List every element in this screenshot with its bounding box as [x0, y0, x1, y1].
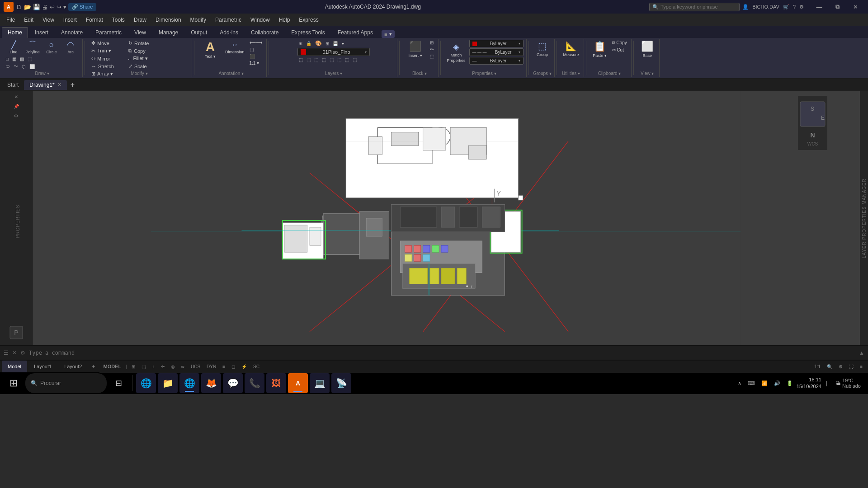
menu-express[interactable]: Express — [294, 15, 323, 25]
layout-layout2-tab[interactable]: Layout2 — [58, 361, 88, 372]
layer-props-button[interactable]: ⊞ — [324, 40, 330, 47]
linetype-dropdown[interactable]: — — — ByLayer ▾ — [469, 48, 524, 56]
draw-ellipse-button[interactable]: ⬭ — [5, 63, 11, 70]
tab-drawing1[interactable]: Drawing1* ✕ — [24, 80, 66, 90]
tab-output[interactable]: Output — [185, 27, 213, 38]
draw-region-button[interactable]: ⬡ — [20, 63, 27, 70]
layer-btn3[interactable]: ⬚ — [313, 57, 320, 63]
minimize-button[interactable]: — — [810, 0, 828, 14]
group-button[interactable]: ⬚ Group — [533, 40, 552, 58]
taskbar-vscode[interactable]: 💻 — [310, 373, 330, 393]
search-box[interactable]: 🔍 Type a keyword or phrase — [649, 3, 740, 11]
menu-help[interactable]: Help — [274, 15, 295, 25]
taskbar-autocad[interactable]: A — [288, 373, 308, 393]
menu-draw[interactable]: Draw — [129, 15, 151, 25]
drawing1-close-button[interactable]: ✕ — [57, 82, 61, 88]
modify-copy-button[interactable]: ⧉Copy — [127, 47, 163, 54]
block-group-label[interactable]: Block ▾ — [401, 71, 438, 76]
annotation-group-label[interactable]: Annotation ▾ — [196, 71, 266, 76]
modify-mirror-button[interactable]: ⇔Mirror — [90, 55, 126, 62]
task-view-button[interactable]: ⊟ — [108, 373, 128, 393]
layer-save-button[interactable]: 💾 — [331, 40, 340, 47]
tab-collaborate[interactable]: Collaborate — [245, 27, 284, 38]
layer-lock-button[interactable]: 🔒 — [305, 40, 313, 47]
draw-rect-button[interactable]: □ — [5, 56, 10, 62]
tray-show-hidden[interactable]: ∧ — [736, 380, 743, 386]
modify-trim-button[interactable]: ✂Trim ▾ — [90, 47, 126, 54]
layer-btn7[interactable]: ⬚ — [344, 57, 350, 63]
modify-scale-button[interactable]: ⤢Scale — [127, 63, 163, 70]
layer-btn5[interactable]: ⬚ — [328, 57, 335, 63]
share-button[interactable]: 🔗 Share — [68, 3, 96, 11]
command-input[interactable] — [29, 350, 855, 356]
layer-manager-label[interactable]: LAYER PROPERTIES MANAGER — [862, 178, 867, 258]
tab-parametric[interactable]: Parametric — [90, 27, 127, 38]
annotation-dimension-button[interactable]: ↔ Dimension — [223, 40, 246, 55]
taskbar-phone[interactable]: 📞 — [245, 373, 264, 393]
layer-btn6[interactable]: ⬚ — [336, 57, 343, 63]
open-button[interactable]: 📂 — [24, 4, 31, 10]
add-tab-button[interactable]: + — [67, 80, 78, 90]
search-button[interactable]: 🔍 Procurar — [25, 373, 107, 393]
add-layout-button[interactable]: + — [89, 361, 98, 372]
menu-window[interactable]: Window — [246, 15, 274, 25]
layer-btn1[interactable]: ⬚ — [297, 57, 304, 63]
status-ducs[interactable]: UCS — [189, 364, 202, 369]
menu-edit[interactable]: Edit — [19, 15, 38, 25]
viewport[interactable]: ✕ 📌 ⚙ PROPERTIES P [-][Top][2D Wireframe… — [0, 91, 868, 345]
draw-spline-button[interactable]: 〜 — [12, 63, 19, 70]
status-qp[interactable]: ⚡ — [240, 364, 249, 369]
groups-group-label[interactable]: Groups ▾ — [531, 71, 554, 76]
block-define-button[interactable]: ⬚ — [429, 53, 435, 59]
color-dropdown[interactable]: ByLayer ▾ — [469, 40, 524, 47]
tab-view[interactable]: View — [128, 27, 152, 38]
viewcube[interactable]: S E N WCS — [798, 96, 827, 150]
menu-file[interactable]: File — [2, 15, 19, 25]
status-workspace[interactable]: ⚙ — [837, 364, 844, 369]
paste-button[interactable]: 📋 Paste ▾ — [591, 40, 609, 59]
status-osnap[interactable]: ◎ — [169, 364, 177, 369]
draw-boundary-button[interactable]: ⬚ — [26, 56, 33, 62]
status-snap[interactable]: ⬚ — [140, 364, 147, 369]
new-button[interactable]: 🗋 — [16, 4, 22, 10]
measure-button[interactable]: 📐 Measure — [561, 40, 581, 58]
layer-color-button[interactable]: 🎨 — [314, 40, 323, 47]
tab-home[interactable]: Home — [2, 27, 28, 38]
redo-button[interactable]: ↪ — [57, 4, 61, 10]
menu-view[interactable]: View — [38, 15, 59, 25]
annotation-more2[interactable]: ⬚ — [248, 47, 264, 52]
layers-group-label[interactable]: Layers ▾ — [271, 71, 397, 76]
status-lw[interactable]: ≡ — [221, 364, 227, 369]
taskbar-filezilla[interactable]: 📡 — [331, 373, 351, 393]
layer-btn4[interactable]: ⬚ — [321, 57, 327, 63]
tab-manage[interactable]: Manage — [153, 27, 184, 38]
base-view-button[interactable]: ⬜ Base — [638, 40, 656, 59]
taskbar-firefox[interactable]: 🦊 — [201, 373, 221, 393]
menu-tools[interactable]: Tools — [108, 15, 129, 25]
tab-express-tools[interactable]: Express Tools — [285, 27, 330, 38]
layer-dropdown-mini[interactable]: ■ ▾ — [382, 30, 395, 38]
menu-parametric[interactable]: Parametric — [211, 15, 246, 25]
dropdown-arrow[interactable]: ▾ — [63, 4, 66, 10]
layer-dropdown[interactable]: 01Piso_Fino ▾ — [297, 48, 370, 56]
block-edit-button[interactable]: ✏ — [429, 47, 435, 52]
tray-battery[interactable]: 🔋 — [785, 380, 795, 386]
taskbar-files[interactable]: 📁 — [158, 373, 178, 393]
show-desktop-button[interactable]: | — [823, 380, 830, 386]
status-sc[interactable]: SC — [251, 364, 261, 369]
drawing-canvas[interactable]: Y — [33, 91, 859, 345]
status-fullscreen[interactable]: ⛶ — [847, 364, 855, 369]
draw-wipeout-button[interactable]: ⬜ — [28, 63, 36, 70]
status-dyn[interactable]: DYN — [205, 364, 218, 369]
close-button[interactable]: ✕ — [846, 0, 864, 14]
copy-button[interactable]: ⧉ Copy — [611, 40, 628, 46]
tab-addins[interactable]: Add-ins — [214, 27, 244, 38]
save-button[interactable]: 💾 — [33, 4, 40, 10]
account-icon[interactable]: ⚙ — [799, 4, 804, 10]
match-properties-button[interactable]: ◈ Match Properties — [445, 41, 467, 64]
block-insert-button[interactable]: ⬛ Insert ▾ — [404, 40, 427, 59]
layer-btn2[interactable]: ⬚ — [305, 57, 312, 63]
status-zoom[interactable]: 🔍 — [825, 364, 834, 369]
layout-model-tab[interactable]: Model — [2, 361, 27, 372]
properties-group-label[interactable]: Properties ▾ — [443, 71, 526, 76]
